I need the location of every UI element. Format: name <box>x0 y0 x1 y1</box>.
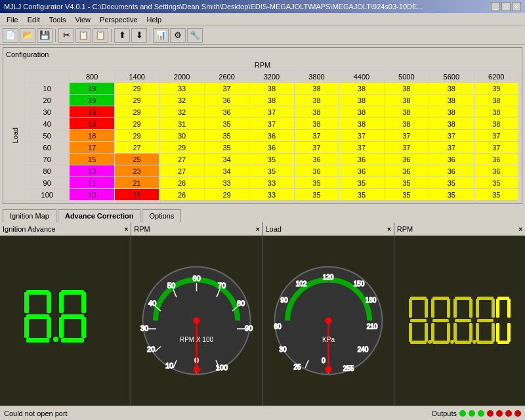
table-cell[interactable]: 37 <box>339 130 384 142</box>
table-cell[interactable]: 35 <box>294 177 339 189</box>
table-cell[interactable]: 11 <box>70 177 114 189</box>
table-cell[interactable]: 35 <box>204 142 249 154</box>
menu-tools[interactable]: Tools <box>45 14 70 25</box>
table-cell[interactable]: 38 <box>294 106 339 118</box>
table-cell[interactable]: 29 <box>114 106 159 118</box>
table-cell[interactable]: 38 <box>294 94 339 106</box>
table-cell[interactable]: 17 <box>70 142 114 154</box>
table-cell[interactable]: 36 <box>429 154 474 165</box>
table-cell[interactable]: 36 <box>384 154 429 165</box>
table-cell[interactable]: 37 <box>249 106 294 118</box>
table-cell[interactable]: 36 <box>339 165 384 177</box>
table-cell[interactable]: 29 <box>204 189 249 201</box>
close-button[interactable]: × <box>512 2 521 11</box>
table-cell[interactable]: 36 <box>429 165 474 177</box>
tab-ignition-map[interactable]: Ignition Map <box>3 209 56 222</box>
table-cell[interactable]: 36 <box>339 154 384 165</box>
table-cell[interactable]: 34 <box>204 154 249 165</box>
toolbar-copy[interactable]: 📋 <box>75 28 91 43</box>
toolbar-chart[interactable]: 📊 <box>153 28 169 43</box>
table-cell[interactable]: 38 <box>384 83 429 94</box>
table-cell[interactable]: 37 <box>294 142 339 154</box>
table-cell[interactable]: 29 <box>114 94 159 106</box>
table-cell[interactable]: 27 <box>159 165 204 177</box>
table-cell[interactable]: 38 <box>429 106 474 118</box>
table-cell[interactable]: 36 <box>384 165 429 177</box>
table-cell[interactable]: 35 <box>204 130 249 142</box>
table-cell[interactable]: 18 <box>70 130 114 142</box>
table-cell[interactable]: 35 <box>204 118 249 130</box>
table-cell[interactable]: 39 <box>474 83 518 94</box>
toolbar-paste[interactable]: 📋 <box>93 28 108 43</box>
table-cell[interactable]: 36 <box>294 154 339 165</box>
table-cell[interactable]: 35 <box>249 154 294 165</box>
table-cell[interactable]: 37 <box>429 130 474 142</box>
table-cell[interactable]: 38 <box>474 94 518 106</box>
table-cell[interactable]: 33 <box>159 83 204 94</box>
table-cell[interactable]: 38 <box>384 94 429 106</box>
table-cell[interactable]: 32 <box>159 94 204 106</box>
table-cell[interactable]: 35 <box>384 177 429 189</box>
minimize-button[interactable]: _ <box>491 2 500 11</box>
table-cell[interactable]: 35 <box>249 165 294 177</box>
table-cell[interactable]: 38 <box>474 118 518 130</box>
table-cell[interactable]: 33 <box>204 177 249 189</box>
table-cell[interactable]: 19 <box>70 83 114 94</box>
table-cell[interactable]: 35 <box>339 177 384 189</box>
table-cell[interactable]: 35 <box>429 189 474 201</box>
table-cell[interactable]: 36 <box>474 165 518 177</box>
menu-edit[interactable]: Edit <box>24 14 44 25</box>
table-cell[interactable]: 29 <box>114 83 159 94</box>
table-cell[interactable]: 36 <box>249 142 294 154</box>
table-cell[interactable]: 36 <box>474 154 518 165</box>
table-cell[interactable]: 38 <box>339 83 384 94</box>
table-cell[interactable]: 35 <box>384 189 429 201</box>
table-cell[interactable]: 37 <box>429 142 474 154</box>
menu-view[interactable]: View <box>71 14 94 25</box>
menu-perspective[interactable]: Perspective <box>96 14 141 25</box>
table-cell[interactable]: 36 <box>294 165 339 177</box>
toolbar-upload[interactable]: ⬆ <box>114 28 130 43</box>
table-cell[interactable]: 37 <box>339 142 384 154</box>
menu-file[interactable]: File <box>3 14 22 25</box>
table-cell[interactable]: 18 <box>114 189 159 201</box>
table-cell[interactable]: 38 <box>249 83 294 94</box>
table-cell[interactable]: 31 <box>159 118 204 130</box>
table-cell[interactable]: 37 <box>384 130 429 142</box>
table-cell[interactable]: 36 <box>204 94 249 106</box>
table-cell[interactable]: 38 <box>294 118 339 130</box>
table-cell[interactable]: 33 <box>249 189 294 201</box>
toolbar-open[interactable]: 📂 <box>20 28 35 43</box>
table-cell[interactable]: 35 <box>294 189 339 201</box>
table-cell[interactable]: 38 <box>384 118 429 130</box>
toolbar-wrench[interactable]: 🔧 <box>187 28 203 43</box>
table-cell[interactable]: 26 <box>159 177 204 189</box>
table-cell[interactable]: 29 <box>114 118 159 130</box>
toolbar-settings[interactable]: ⚙ <box>170 28 186 43</box>
gauge-close-load[interactable]: × <box>387 226 391 233</box>
table-cell[interactable]: 21 <box>114 177 159 189</box>
tab-options[interactable]: Options <box>142 209 181 222</box>
table-cell[interactable]: 36 <box>249 130 294 142</box>
table-cell[interactable]: 38 <box>294 83 339 94</box>
table-cell[interactable]: 35 <box>474 189 518 201</box>
table-cell[interactable]: 35 <box>429 177 474 189</box>
table-cell[interactable]: 37 <box>249 118 294 130</box>
table-cell[interactable]: 38 <box>249 94 294 106</box>
table-cell[interactable]: 37 <box>204 83 249 94</box>
table-cell[interactable]: 15 <box>70 154 114 165</box>
table-cell[interactable]: 37 <box>384 142 429 154</box>
table-cell[interactable]: 19 <box>70 94 114 106</box>
table-cell[interactable]: 38 <box>474 106 518 118</box>
gauge-close-rpm1[interactable]: × <box>256 226 260 233</box>
table-cell[interactable]: 33 <box>249 177 294 189</box>
table-cell[interactable]: 37 <box>294 130 339 142</box>
table-cell[interactable]: 29 <box>159 142 204 154</box>
table-cell[interactable]: 34 <box>204 165 249 177</box>
table-cell[interactable]: 13 <box>70 165 114 177</box>
toolbar-new[interactable]: 📄 <box>3 28 18 43</box>
table-cell[interactable]: 10 <box>70 189 114 201</box>
table-cell[interactable]: 38 <box>339 106 384 118</box>
table-cell[interactable]: 37 <box>474 130 518 142</box>
toolbar-download[interactable]: ⬇ <box>131 28 147 43</box>
